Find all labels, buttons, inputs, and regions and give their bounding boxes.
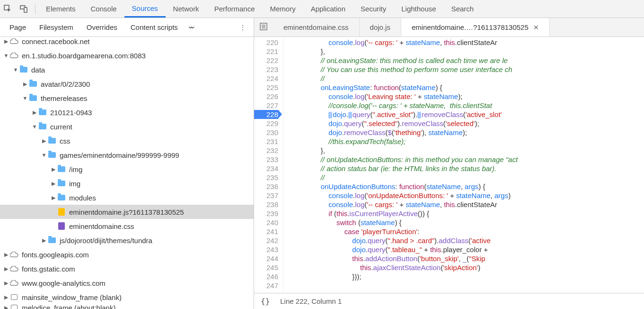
tree-item[interactable]: ▶js/dojoroot/dijit/themes/tundra (0, 233, 254, 247)
tree-item[interactable]: ▶210121-0943 (0, 105, 254, 119)
chevron-right-icon[interactable]: ▶ (50, 195, 57, 201)
code-line[interactable]: onUpdateActionButtons: function(stateNam… (289, 182, 644, 191)
chevron-down-icon[interactable]: ▼ (41, 152, 47, 158)
code-line[interactable]: // onUpdateActionButtons: in this method… (289, 155, 644, 164)
code-line[interactable]: console.log('Leaving state: ' + stateNam… (289, 92, 644, 101)
tab-network[interactable]: Network (166, 0, 207, 18)
tab-memory[interactable]: Memory (263, 0, 303, 18)
line-number[interactable]: 240 (254, 218, 278, 227)
code-line[interactable]: console.log('-- cargs: ' + stateName, th… (289, 200, 644, 209)
more-options-icon[interactable]: ⋮ (235, 24, 251, 31)
code-line[interactable]: // onLeavingState: this method is called… (289, 56, 644, 65)
code-line[interactable]: dojo.removeClass($('thething'), stateNam… (289, 128, 644, 137)
overflow-icon[interactable]: ›› (185, 23, 199, 32)
line-number[interactable]: 227 (254, 101, 278, 110)
list-icon[interactable] (254, 23, 273, 32)
file-tab[interactable]: dojo.js (360, 18, 401, 36)
chevron-right-icon[interactable]: ▶ (50, 166, 57, 173)
code-line[interactable]: dojo.query(".selected").removeClass('sel… (289, 119, 644, 128)
line-number[interactable]: 236 (254, 182, 278, 191)
code-line[interactable]: }, (289, 146, 644, 155)
tree-item[interactable]: ▶avatar/0/2/2300 (0, 77, 254, 91)
subtab-page[interactable]: Page (3, 18, 33, 36)
code-line[interactable]: if (this.isCurrentPlayerActive()) { (289, 209, 644, 218)
line-number[interactable]: 221 (254, 47, 278, 56)
tree-item[interactable]: ▼games/eminentdomaine/999999-9999 (0, 148, 254, 162)
tree-item[interactable]: ▶css (0, 134, 254, 148)
chevron-right-icon[interactable]: ▶ (50, 181, 57, 187)
chevron-right-icon[interactable]: ▶ (41, 138, 47, 144)
code-line[interactable]: this.ajaxClientStateAction('skipAction') (289, 263, 644, 272)
tree-item[interactable]: ▼themereleases (0, 91, 254, 105)
line-number[interactable]: 244 (254, 254, 278, 263)
line-number[interactable]: 230 (254, 128, 278, 137)
chevron-right-icon[interactable]: ▶ (31, 109, 38, 116)
line-number[interactable]: 224 (254, 74, 278, 83)
code-line[interactable]: case 'playerTurnAction': (289, 227, 644, 236)
line-number[interactable]: 231 (254, 137, 278, 146)
file-tab[interactable]: eminentdomaine.…?1611378130525✕ (401, 18, 550, 36)
line-number[interactable]: 243 (254, 245, 278, 254)
code-line[interactable]: // (289, 173, 644, 182)
line-number[interactable]: 246 (254, 272, 278, 281)
line-number[interactable]: 220 (254, 38, 278, 47)
chevron-right-icon[interactable]: ▶ (3, 294, 9, 300)
tab-search[interactable]: Search (444, 0, 482, 18)
line-number[interactable]: 232 (254, 146, 278, 155)
tree-item[interactable]: ▶eminentdomaine.css (0, 219, 254, 233)
line-number[interactable]: 238 (254, 200, 278, 209)
chevron-right-icon[interactable]: ▶ (3, 266, 9, 272)
code-line[interactable]: console.log('-- cargs: ' + stateName, th… (289, 38, 644, 47)
tree-item[interactable]: ▶fonts.googleapis.com (0, 247, 254, 262)
file-tab[interactable]: eminentdomaine.css (273, 18, 360, 36)
code-line[interactable]: switch (stateName) { (289, 218, 644, 227)
subtab-filesystem[interactable]: Filesystem (33, 18, 80, 36)
tree-item[interactable]: ▶/img (0, 162, 254, 176)
code-line[interactable]: })); (289, 272, 644, 281)
chevron-down-icon[interactable]: ▼ (3, 53, 9, 58)
device-icon[interactable] (16, 0, 32, 18)
line-number[interactable]: 245 (254, 263, 278, 272)
tree-item[interactable]: ▶img (0, 176, 254, 191)
line-number[interactable]: 239 (254, 209, 278, 218)
line-number[interactable]: 241 (254, 227, 278, 236)
line-number[interactable]: 237 (254, 191, 278, 200)
code-line[interactable]: // (289, 74, 644, 83)
tab-application[interactable]: Application (303, 0, 353, 18)
line-number[interactable]: 223 (254, 65, 278, 74)
tree-item[interactable]: ▶eminentdomaine.js?1611378130525 (0, 205, 254, 219)
line-gutter[interactable]: 2202212222232242252262272282292302312322… (254, 37, 283, 293)
chevron-right-icon[interactable]: ▶ (3, 38, 9, 45)
tab-sources[interactable]: Sources (124, 0, 166, 18)
tree-item[interactable]: ▶melodice_frame (about:blank) (0, 300, 254, 309)
chevron-down-icon[interactable]: ▼ (31, 124, 38, 129)
line-number[interactable]: 233 (254, 155, 278, 164)
code-line[interactable] (289, 281, 644, 290)
code-content[interactable]: console.log('-- cargs: ' + stateName, th… (283, 37, 644, 293)
code-line[interactable]: dojo.query(".active_slot").removeClass('… (289, 110, 644, 119)
tree-item[interactable]: ▶fonts.gstatic.com (0, 262, 254, 276)
tree-item[interactable]: ▶connect.racebook.net (0, 37, 254, 48)
code-line[interactable]: //console.log('-- cargs: ' + stateName, … (289, 101, 644, 110)
line-number[interactable]: 229 (254, 119, 278, 128)
chevron-right-icon[interactable]: ▶ (3, 280, 9, 286)
tab-lighthouse[interactable]: Lighthouse (394, 0, 443, 18)
tab-console[interactable]: Console (83, 0, 124, 18)
code-line[interactable]: onLeavingState: function(stateName) { (289, 83, 644, 92)
code-line[interactable]: dojo.query(".hand > .card").addClass('ac… (289, 236, 644, 245)
code-line[interactable]: // action status bar (ie: the HTML links… (289, 164, 644, 173)
tree-item[interactable]: ▶www.google-analytics.com (0, 276, 254, 290)
line-number[interactable]: 228 (254, 110, 278, 119)
chevron-right-icon[interactable]: ▶ (41, 237, 47, 244)
line-number[interactable]: 242 (254, 236, 278, 245)
code-line[interactable]: this.addActionButton('button_skip', _("S… (289, 254, 644, 263)
close-icon[interactable]: ✕ (533, 24, 539, 31)
tab-security[interactable]: Security (353, 0, 394, 18)
code-line[interactable]: }, (289, 47, 644, 56)
line-number[interactable]: 235 (254, 173, 278, 182)
line-number[interactable]: 222 (254, 56, 278, 65)
line-number[interactable]: 226 (254, 92, 278, 101)
inspect-icon[interactable] (0, 0, 16, 18)
chevron-right-icon[interactable]: ▶ (22, 81, 28, 87)
tab-performance[interactable]: Performance (207, 0, 263, 18)
